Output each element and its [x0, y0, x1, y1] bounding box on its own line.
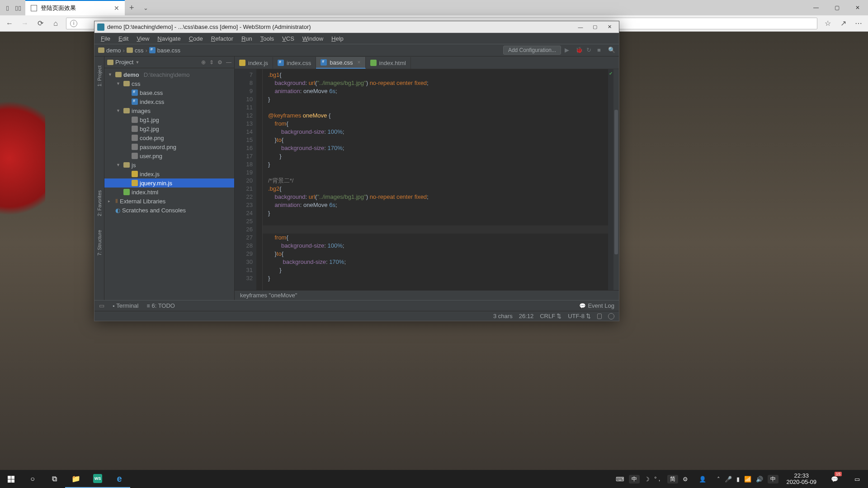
edge-minimize-button[interactable]: — [806, 0, 826, 15]
tray-microphone-icon[interactable]: 🎤 [725, 476, 732, 483]
collapse-icon[interactable]: ⇕ [209, 59, 214, 66]
home-button[interactable]: ⌂ [51, 19, 61, 28]
tree-file[interactable]: password.png [104, 142, 234, 151]
tray-keyboard-icon[interactable]: ⌨ [616, 476, 624, 483]
ws-close-button[interactable]: ✕ [603, 23, 616, 32]
event-log-tab[interactable]: 💬 Event Log [579, 302, 614, 309]
code-line[interactable]: @keyframes oneMove { [268, 112, 608, 120]
todo-tab[interactable]: ≡ 6: TODO [146, 302, 175, 309]
tray-volume-icon[interactable]: 🔊 [756, 476, 763, 483]
menu-help[interactable]: Help [328, 34, 347, 43]
code-line[interactable] [268, 103, 608, 112]
error-stripe[interactable]: ✔ [608, 69, 613, 290]
taskbar-app-webstorm[interactable]: WS [87, 470, 108, 488]
menu-run[interactable]: Run [238, 34, 256, 43]
status-readonly-icon[interactable] [597, 314, 602, 319]
run-button[interactable]: ▶ [565, 47, 572, 54]
project-view-selector[interactable]: Project ▼ [107, 59, 139, 66]
code-line[interactable]: } [268, 152, 608, 160]
code-line[interactable]: } [268, 160, 608, 169]
edge-close-button[interactable]: ✕ [847, 0, 868, 15]
code-line[interactable]: background-size: 100%; [268, 242, 608, 250]
cortana-button[interactable]: ○ [22, 470, 43, 488]
favorites-button[interactable]: ☆ [823, 19, 833, 28]
ws-minimize-button[interactable]: — [574, 23, 587, 32]
menu-tools[interactable]: Tools [257, 34, 278, 43]
menu-vcs[interactable]: VCS [278, 34, 298, 43]
code-line[interactable]: from{ [268, 234, 608, 242]
tree-file[interactable]: index.html [104, 188, 234, 197]
editor-tab[interactable]: base.css× [316, 57, 365, 69]
taskbar-app-edge[interactable]: e [108, 470, 130, 488]
structure-tool-tab[interactable]: 7: Structure [97, 230, 102, 256]
tray-people-icon[interactable]: 👤 [699, 476, 706, 483]
taskbar-app-explorer[interactable]: 📁 [65, 470, 87, 488]
tool-window-quick-access-icon[interactable]: ▭ [99, 302, 104, 309]
menu-refactor[interactable]: Refactor [208, 34, 237, 43]
tree-scratches[interactable]: ◐Scratches and Consoles [104, 206, 234, 215]
tree-folder-css[interactable]: ▼css [104, 79, 234, 88]
code-line[interactable] [268, 217, 608, 225]
tree-file[interactable]: code.png [104, 133, 234, 142]
status-encoding[interactable]: UTF-8 ⇅ [568, 313, 591, 319]
editor-breadcrumb[interactable]: keyframes "oneMove" [235, 290, 619, 300]
status-inspection-profile-icon[interactable] [608, 313, 614, 319]
status-caret-pos[interactable]: 26:12 [519, 313, 534, 319]
code-line[interactable]: } [268, 274, 608, 282]
locate-icon[interactable]: ⊕ [201, 59, 206, 66]
line-gutter[interactable]: 7891011121314151617181920212223242526272… [235, 69, 256, 290]
code-line[interactable]: }to{ [268, 136, 608, 144]
stop-button[interactable]: ■ [597, 47, 604, 54]
code-line[interactable]: .bg2{ [268, 185, 608, 193]
coverage-button[interactable]: ↻ [586, 47, 594, 54]
hide-icon[interactable]: — [226, 59, 231, 66]
menu-code[interactable]: Code [185, 34, 207, 43]
code-line[interactable]: animation: oneMove 6s; [268, 201, 608, 209]
project-tree[interactable]: ▼demoD:\teaching\demo ▼css base.css inde… [104, 68, 234, 300]
code-line[interactable]: /*背景二*/ [268, 177, 608, 185]
editor-scrollbar[interactable] [613, 69, 619, 290]
task-view-button[interactable]: ⧉ [43, 470, 65, 488]
code-line[interactable]: background: url("../images/bg1.jpg") no-… [268, 79, 608, 87]
back-button[interactable]: ← [5, 19, 14, 28]
forward-button[interactable]: → [20, 19, 30, 28]
tray-ime-punct[interactable]: °， [654, 475, 662, 483]
tray-wifi-icon[interactable]: 📶 [744, 476, 751, 483]
menu-view[interactable]: View [133, 34, 153, 43]
menu-navigate[interactable]: Navigate [154, 34, 184, 43]
code-line[interactable]: background: url("../images/bg1.jpg") no-… [268, 193, 608, 201]
editor-tab[interactable]: index.html [366, 57, 411, 69]
tree-file[interactable]: bg1.jpg [104, 115, 234, 124]
code-line[interactable]: background-size: 170%; [268, 258, 608, 266]
tree-folder-js[interactable]: ▼js [104, 160, 234, 169]
tree-folder-images[interactable]: ▼images [104, 106, 234, 115]
code-line[interactable] [268, 169, 608, 177]
code-line[interactable]: } [268, 266, 608, 274]
site-info-icon[interactable]: i [70, 20, 77, 27]
tray-clock[interactable]: 22:33 2020-05-09 [783, 473, 821, 485]
code-line[interactable]: background-size: 170%; [268, 144, 608, 152]
tab-chevron-icon[interactable]: ⌄ [139, 5, 153, 11]
tab-close-icon[interactable]: × [358, 59, 361, 66]
code-line[interactable]: from{ [268, 120, 608, 128]
browser-tab[interactable]: 登陆页面效果 ✕ [25, 0, 125, 15]
tree-file[interactable]: user.png [104, 151, 234, 160]
breadcrumb[interactable]: demo › css › base.css [98, 47, 180, 54]
tab-close-icon[interactable]: ✕ [114, 5, 119, 12]
tab-aside-icon[interactable]: ▯ [3, 3, 12, 12]
code-content[interactable]: .bg1{ background: url("../images/bg1.jpg… [263, 69, 608, 290]
scrollbar-thumb[interactable] [614, 110, 618, 254]
tree-file[interactable]: index.css [104, 97, 234, 106]
tray-ime-lang[interactable]: 中 [629, 475, 640, 483]
code-line[interactable]: .bg1{ [268, 71, 608, 79]
tree-root[interactable]: ▼demoD:\teaching\demo [104, 70, 234, 79]
editor-tab[interactable]: index.css [273, 57, 316, 69]
crumb-item[interactable]: demo [106, 47, 121, 54]
tray-ime-indicator[interactable]: 中 [768, 475, 778, 483]
crumb-item[interactable]: css [135, 47, 144, 54]
action-center-button[interactable]: 💬 15 [825, 470, 844, 488]
more-button[interactable]: ⋯ [854, 19, 863, 28]
menu-window[interactable]: Window [299, 34, 327, 43]
tray-ime-settings-icon[interactable]: ⚙ [683, 476, 688, 483]
tray-ime-trad[interactable]: 简 [667, 475, 678, 483]
